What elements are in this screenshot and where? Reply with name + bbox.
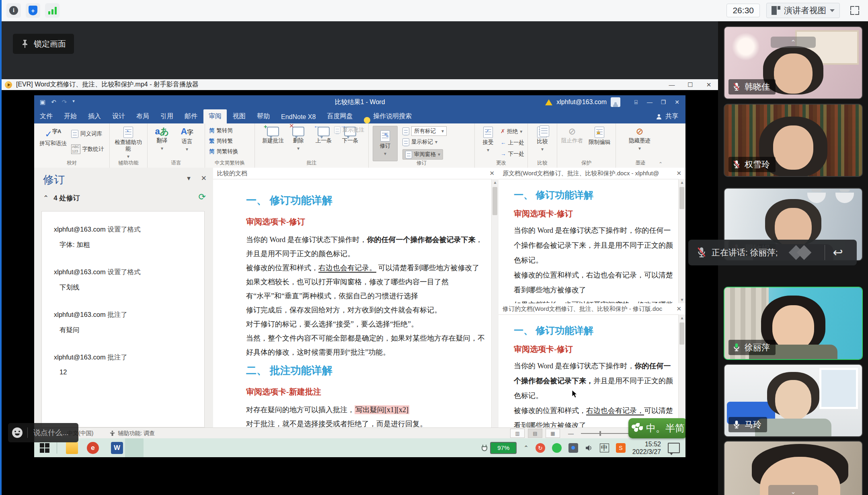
tell-me-search[interactable]: 操作说明搜索 (373, 109, 417, 123)
collapse-strip-button[interactable]: ⌃ (771, 37, 816, 48)
simp-trad-convert-button[interactable]: 简简繁转换 (209, 148, 238, 156)
all-markup-dropdown[interactable]: 所有标记▾ (402, 126, 447, 136)
tab-endnote[interactable]: EndNote X8 (276, 111, 321, 123)
reject-dropdown[interactable]: ✗拒绝▾ (501, 127, 522, 136)
volume-icon[interactable] (585, 444, 593, 452)
restrict-editing-button[interactable]: 🔒︎ 限制编辑 (586, 127, 613, 146)
language-button[interactable]: A字 语言▾ (176, 127, 198, 152)
zoom-out-icon[interactable]: — (568, 430, 574, 437)
account-email[interactable]: xlphfut@163.com (556, 99, 607, 106)
revision-item[interactable]: xlphfut@163.com 批注了 有疑问 (54, 310, 204, 335)
translate-button[interactable]: aあ 翻译▾ (151, 127, 173, 152)
tab-insert[interactable]: 插入 (83, 109, 106, 123)
word-count-button[interactable]: ABC123 字数统计 (71, 144, 104, 154)
sogou-input-icon[interactable]: S (616, 443, 626, 453)
participant-tile[interactable]: 权雪玲 (724, 104, 863, 177)
tab-references[interactable]: 引用 (155, 109, 179, 123)
expand-strip-button[interactable]: ⌄ (768, 485, 818, 495)
simp-to-trad-button[interactable]: 繁简转繁 (209, 137, 233, 145)
redo-icon[interactable]: ↷ (62, 99, 67, 106)
compare-button[interactable]: 比较▾ (531, 127, 554, 152)
tab-baidu-pan[interactable]: 百度网盘 (322, 109, 358, 123)
tab-help[interactable]: 帮助 (252, 109, 275, 123)
spelling-grammar-button[interactable]: ✓字A 拼写和语法 (37, 127, 69, 147)
file-explorer-icon[interactable] (66, 442, 78, 454)
original-document-body[interactable]: 一、 修订功能详解 审阅选项卡-修订 当你的 Word 是在修订状态下操作时，你… (499, 179, 679, 303)
save-icon[interactable]: ▣ (40, 99, 45, 106)
word-close-button[interactable]: ✕ (670, 99, 684, 106)
battery-indicator[interactable]: 97% (480, 442, 517, 454)
refresh-icon[interactable]: ⟳ (199, 192, 206, 202)
tab-file[interactable]: 文件 (35, 109, 58, 123)
revised-document-body[interactable]: 一、 修订功能详解 审阅选项卡-修订 当你的 Word 是在修订状态下操作时，你… (499, 314, 679, 427)
reviewing-pane-dropdown[interactable]: 审阅窗格▾ (402, 149, 443, 160)
chat-input[interactable] (33, 428, 73, 437)
new-comment-button[interactable]: + 新建批注 (261, 127, 285, 144)
track-changes-button[interactable]: ✎ 修订▾ (373, 126, 398, 161)
pane-close-icon[interactable]: ✕ (673, 305, 681, 312)
revision-item[interactable]: xlphfut@163.com 批注了 12 (54, 353, 204, 376)
player-minimize-button[interactable]: — (663, 79, 681, 90)
scrollbar[interactable]: ▲ (678, 314, 685, 427)
participant-tile-speaking[interactable]: 徐丽萍 (724, 287, 863, 360)
tab-layout[interactable]: 布局 (131, 109, 154, 123)
thesaurus-button[interactable]: 同义词库 (71, 130, 102, 138)
ribbon-display-icon[interactable]: ⌸ (629, 99, 643, 106)
delete-comment-button[interactable]: ✕ 删除▾ (288, 127, 309, 152)
collapse-chevron-icon[interactable]: ⌃ (43, 194, 49, 202)
browser-app-icon[interactable]: e (87, 442, 99, 454)
account-avatar[interactable] (611, 97, 620, 107)
undo-icon[interactable]: ↶ (51, 99, 56, 106)
show-markup-dropdown[interactable]: 显示标记▾ (402, 138, 437, 146)
tray-app-icon[interactable]: ↻ (536, 443, 545, 453)
word-minimize-button[interactable]: — (643, 99, 657, 106)
pane-menu-caret-icon[interactable]: ▾ (187, 174, 191, 183)
hide-ink-button[interactable]: ⊘ 隐藏墨迹▾ (626, 127, 654, 152)
pane-close-icon[interactable]: ✕ (486, 170, 495, 177)
qat-caret-icon[interactable]: ▾ (72, 99, 75, 106)
compared-document-body[interactable]: 一、 修订功能详解 审阅选项卡-修订 当你的 Word 是在修订状态下操作时，你… (213, 179, 492, 427)
fullscreen-button[interactable] (847, 3, 862, 18)
read-mode-icon[interactable]: ▥ (510, 429, 525, 438)
next-change-button[interactable]: →下一处 (501, 150, 524, 158)
previous-change-button[interactable]: ←上一处 (501, 139, 524, 147)
ime-indicator[interactable]: 中 (600, 444, 609, 452)
zoom-slider[interactable] (581, 433, 629, 434)
participant-tile[interactable]: ⌃ 韩晓佳 (724, 26, 863, 99)
reply-arrow-icon[interactable]: ↩ (833, 246, 843, 259)
trad-to-simp-button[interactable]: 简繁转简 (209, 127, 233, 135)
pane-close-icon[interactable]: ✕ (201, 174, 207, 183)
lock-view-button[interactable]: 锁定画面 (13, 34, 74, 54)
hidden-icons-chevron[interactable]: ⌃ (523, 444, 529, 452)
tab-view[interactable]: 视图 (228, 109, 251, 123)
emoji-button[interactable] (12, 427, 23, 438)
video-canvas[interactable]: ▣ ↶ ↷ ▾ 比较结果1 - Word xlphfut@163.com ⌸ (2, 90, 718, 495)
view-mode-dropdown[interactable]: 演讲者视图 (766, 3, 840, 18)
scrollbar[interactable]: ▲ (491, 179, 499, 427)
security-button[interactable]: + (26, 3, 40, 18)
print-layout-icon[interactable]: ▤ (528, 429, 542, 438)
accept-button[interactable]: ✓ 接受▾ (477, 127, 499, 153)
revision-item[interactable]: xlphfut@163.com 设置了格式 下划线 (54, 268, 204, 292)
screen-record-icon[interactable] (568, 443, 578, 453)
word-taskbar-icon[interactable]: W (111, 442, 123, 454)
participant-tile[interactable]: ⌄ (724, 441, 863, 495)
meeting-info-button[interactable]: i (6, 3, 21, 18)
share-button[interactable]: 共享 (656, 112, 685, 121)
action-center-icon[interactable] (668, 443, 680, 453)
system-clock[interactable]: 15:52 2022/3/27 (632, 440, 661, 456)
web-layout-icon[interactable]: ▦ (546, 429, 560, 438)
revision-item[interactable]: xlphfut@163.com 设置了格式 字体: 加粗 (54, 225, 204, 249)
tab-mailings[interactable]: 邮件 (179, 109, 203, 123)
tab-design[interactable]: 设计 (107, 109, 130, 123)
player-maximize-button[interactable]: ☐ (681, 79, 700, 90)
network-quality-button[interactable] (45, 3, 60, 18)
accessibility-status[interactable]: 辅助功能: 调查 (109, 430, 155, 437)
wechat-icon[interactable] (552, 443, 562, 453)
tab-home[interactable]: 开始 (59, 109, 82, 123)
pane-close-icon[interactable]: ✕ (673, 170, 681, 177)
previous-comment-button[interactable]: ← 上一条 (311, 127, 336, 144)
collapse-ribbon-icon[interactable]: ⌃ (659, 161, 663, 167)
tab-review[interactable]: 审阅 (203, 109, 227, 123)
start-button[interactable] (40, 443, 49, 453)
